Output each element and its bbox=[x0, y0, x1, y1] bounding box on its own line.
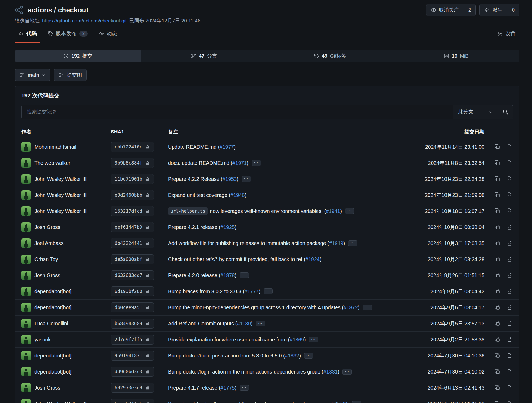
issue-link[interactable]: #1924 bbox=[305, 256, 320, 262]
expand-commit-body-button[interactable]: ··· bbox=[252, 160, 261, 166]
author-name[interactable]: Joel Ambass bbox=[34, 240, 64, 246]
copy-sha-button[interactable] bbox=[494, 271, 501, 279]
commit-sha-badge[interactable]: 11bd71901b bbox=[111, 174, 154, 184]
commit-search-input[interactable] bbox=[22, 105, 453, 119]
commit-sha-badge[interactable]: 2d7d9f7ff5 bbox=[111, 335, 154, 345]
browse-source-button[interactable] bbox=[505, 239, 513, 247]
expand-commit-body-button[interactable]: ··· bbox=[240, 272, 249, 278]
copy-sha-button[interactable] bbox=[494, 384, 501, 392]
author-avatar[interactable] bbox=[21, 190, 31, 200]
commit-sha-badge[interactable]: d632683dd7 bbox=[111, 270, 154, 280]
browse-source-button[interactable] bbox=[505, 175, 513, 183]
copy-sha-button[interactable] bbox=[494, 159, 501, 167]
browse-source-button[interactable] bbox=[505, 271, 513, 279]
commit-graph-button[interactable]: 提交图 bbox=[54, 69, 87, 81]
copy-sha-button[interactable] bbox=[494, 400, 501, 403]
commit-sha-badge[interactable]: e3d2460bbb bbox=[111, 190, 154, 200]
commit-sha-badge[interactable]: 6ccd57f4c5 bbox=[111, 399, 154, 403]
issue-link[interactable]: #1953 bbox=[222, 176, 237, 182]
author-name[interactable]: dependabot[bot] bbox=[34, 305, 72, 311]
author-avatar[interactable] bbox=[21, 238, 31, 248]
commit-sha-badge[interactable]: 6b42224f41 bbox=[111, 238, 154, 248]
commit-sha-badge[interactable]: 9a9194f871 bbox=[111, 351, 154, 361]
branch-filter-dropdown[interactable]: 此分支 bbox=[453, 105, 498, 119]
author-name[interactable]: John Wesley Walker III bbox=[34, 192, 87, 198]
author-name[interactable]: Luca Comellini bbox=[34, 321, 68, 327]
author-avatar[interactable] bbox=[21, 399, 31, 403]
issue-link[interactable]: #1977 bbox=[220, 144, 234, 150]
stat-tags[interactable]: 49 Git标签 bbox=[267, 50, 393, 62]
expand-commit-body-button[interactable]: ··· bbox=[240, 385, 249, 391]
commit-sha-badge[interactable]: cbb722410c bbox=[111, 142, 154, 152]
author-avatar[interactable] bbox=[21, 287, 31, 296]
browse-source-button[interactable] bbox=[505, 320, 513, 327]
commit-sha-badge[interactable]: eef61447b9 bbox=[111, 222, 154, 232]
unwatch-button[interactable]: 取消关注 bbox=[426, 4, 464, 16]
fork-button[interactable]: 派生 bbox=[480, 4, 507, 16]
issue-link[interactable]: #1832 bbox=[285, 353, 299, 359]
author-avatar[interactable] bbox=[21, 206, 31, 216]
tab-releases[interactable]: 版本发布 2 bbox=[44, 26, 91, 43]
author-avatar[interactable] bbox=[21, 174, 31, 184]
browse-source-button[interactable] bbox=[505, 223, 513, 231]
tab-activity[interactable]: 动态 bbox=[95, 26, 121, 43]
copy-sha-button[interactable] bbox=[494, 320, 501, 327]
expand-commit-body-button[interactable]: ··· bbox=[363, 305, 372, 310]
expand-commit-body-button[interactable]: ··· bbox=[264, 288, 273, 294]
issue-link[interactable]: #1971 bbox=[232, 160, 247, 166]
commit-sha-badge[interactable]: 6d193bf280 bbox=[111, 286, 154, 296]
browse-source-button[interactable] bbox=[505, 255, 513, 263]
browse-source-button[interactable] bbox=[505, 207, 513, 215]
commit-sha-badge[interactable]: de5a000abf bbox=[111, 254, 154, 264]
author-name[interactable]: John Wesley Walker III bbox=[34, 208, 87, 214]
author-name[interactable]: Orhan Toy bbox=[34, 256, 58, 262]
issue-link[interactable]: #1946 bbox=[230, 192, 245, 198]
watchers-count[interactable]: 2 bbox=[464, 4, 476, 16]
browse-source-button[interactable] bbox=[505, 287, 513, 295]
issue-link[interactable]: #1180 bbox=[237, 321, 251, 327]
browse-source-button[interactable] bbox=[505, 143, 513, 151]
search-submit-button[interactable] bbox=[498, 105, 513, 119]
branch-selector[interactable]: main bbox=[15, 69, 50, 81]
expand-commit-body-button[interactable]: ··· bbox=[352, 401, 361, 403]
copy-sha-button[interactable] bbox=[494, 336, 501, 344]
author-avatar[interactable] bbox=[21, 222, 31, 232]
forks-count[interactable]: 0 bbox=[507, 4, 519, 16]
browse-source-button[interactable] bbox=[505, 352, 513, 360]
copy-sha-button[interactable] bbox=[494, 223, 501, 231]
issue-link[interactable]: #1776 bbox=[333, 401, 347, 403]
browse-source-button[interactable] bbox=[505, 400, 513, 403]
browse-source-button[interactable] bbox=[505, 384, 513, 392]
browse-source-button[interactable] bbox=[505, 336, 513, 344]
author-name[interactable]: Josh Gross bbox=[34, 272, 60, 278]
author-avatar[interactable] bbox=[21, 335, 31, 344]
author-avatar[interactable] bbox=[21, 319, 31, 328]
commit-sha-badge[interactable]: 163217dfcd bbox=[111, 206, 154, 216]
copy-sha-button[interactable] bbox=[494, 207, 501, 215]
issue-link[interactable]: #1919 bbox=[329, 240, 343, 246]
author-name[interactable]: John Wesley Walker III bbox=[34, 401, 87, 403]
copy-sha-button[interactable] bbox=[494, 191, 501, 199]
commit-sha-badge[interactable]: b684943689 bbox=[111, 319, 154, 329]
expand-commit-body-button[interactable]: ··· bbox=[345, 208, 354, 214]
browse-source-button[interactable] bbox=[505, 304, 513, 311]
author-avatar[interactable] bbox=[21, 351, 31, 360]
commit-sha-badge[interactable]: 692973e3d9 bbox=[111, 383, 154, 393]
author-avatar[interactable] bbox=[21, 255, 31, 264]
mirror-url-link[interactable]: https://github.com/actions/checkout.git bbox=[42, 18, 127, 24]
author-name[interactable]: Josh Gross bbox=[34, 385, 60, 391]
author-name[interactable]: The web walker bbox=[34, 160, 70, 166]
copy-sha-button[interactable] bbox=[494, 255, 501, 263]
copy-sha-button[interactable] bbox=[494, 352, 501, 360]
expand-commit-body-button[interactable]: ··· bbox=[304, 353, 313, 359]
expand-commit-body-button[interactable]: ··· bbox=[342, 369, 352, 375]
issue-link[interactable]: #1872 bbox=[344, 305, 358, 311]
copy-sha-button[interactable] bbox=[494, 239, 501, 247]
copy-sha-button[interactable] bbox=[494, 175, 501, 183]
commit-sha-badge[interactable]: 3b9b8c884f bbox=[111, 158, 154, 168]
copy-sha-button[interactable] bbox=[494, 368, 501, 376]
copy-sha-button[interactable] bbox=[494, 143, 501, 151]
issue-link[interactable]: #1869 bbox=[290, 337, 304, 343]
author-avatar[interactable] bbox=[21, 158, 31, 168]
author-avatar[interactable] bbox=[21, 271, 31, 280]
